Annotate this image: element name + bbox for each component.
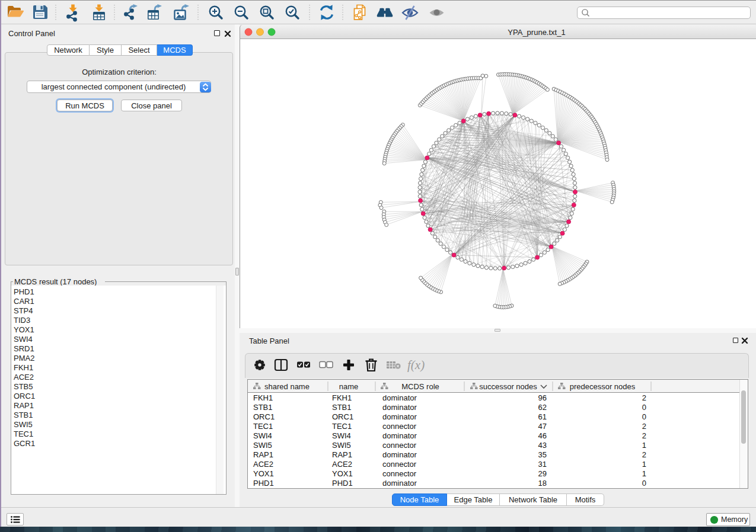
svg-text:f(x): f(x)	[407, 358, 425, 372]
